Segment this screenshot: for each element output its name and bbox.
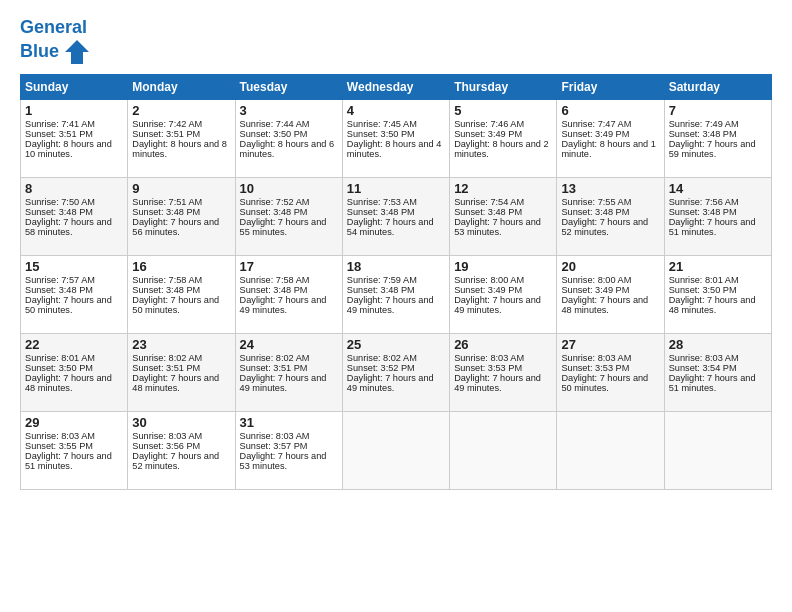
sunset: Sunset: 3:49 PM [561,285,629,295]
sunset: Sunset: 3:48 PM [669,129,737,139]
daylight-label: Daylight: 7 hours and 48 minutes. [669,295,756,315]
sunset: Sunset: 3:51 PM [132,363,200,373]
day-number: 9 [132,181,230,196]
sunrise: Sunrise: 7:44 AM [240,119,310,129]
day-cell: 6 Sunrise: 7:47 AM Sunset: 3:49 PM Dayli… [557,99,664,177]
day-header-thursday: Thursday [450,74,557,99]
day-number: 17 [240,259,338,274]
logo-general: General [20,17,87,37]
sunset: Sunset: 3:52 PM [347,363,415,373]
sunset: Sunset: 3:49 PM [454,129,522,139]
day-cell: 16 Sunrise: 7:58 AM Sunset: 3:48 PM Dayl… [128,255,235,333]
day-number: 18 [347,259,445,274]
day-number: 15 [25,259,123,274]
sunrise: Sunrise: 7:41 AM [25,119,95,129]
day-cell: 3 Sunrise: 7:44 AM Sunset: 3:50 PM Dayli… [235,99,342,177]
daylight-label: Daylight: 7 hours and 50 minutes. [561,373,648,393]
daylight-label: Daylight: 7 hours and 48 minutes. [132,373,219,393]
day-number: 22 [25,337,123,352]
sunrise: Sunrise: 8:01 AM [669,275,739,285]
day-cell: 13 Sunrise: 7:55 AM Sunset: 3:48 PM Dayl… [557,177,664,255]
sunrise: Sunrise: 7:45 AM [347,119,417,129]
daylight-label: Daylight: 8 hours and 4 minutes. [347,139,442,159]
sunset: Sunset: 3:51 PM [240,363,308,373]
day-cell: 19 Sunrise: 8:00 AM Sunset: 3:49 PM Dayl… [450,255,557,333]
day-cell: 7 Sunrise: 7:49 AM Sunset: 3:48 PM Dayli… [664,99,771,177]
day-header-tuesday: Tuesday [235,74,342,99]
day-number: 27 [561,337,659,352]
sunset: Sunset: 3:51 PM [25,129,93,139]
sunset: Sunset: 3:51 PM [132,129,200,139]
sunrise: Sunrise: 7:53 AM [347,197,417,207]
day-number: 26 [454,337,552,352]
sunrise: Sunrise: 7:56 AM [669,197,739,207]
day-number: 31 [240,415,338,430]
sunrise: Sunrise: 8:01 AM [25,353,95,363]
day-cell: 15 Sunrise: 7:57 AM Sunset: 3:48 PM Dayl… [21,255,128,333]
sunrise: Sunrise: 7:51 AM [132,197,202,207]
day-number: 21 [669,259,767,274]
day-cell: 17 Sunrise: 7:58 AM Sunset: 3:48 PM Dayl… [235,255,342,333]
day-cell: 28 Sunrise: 8:03 AM Sunset: 3:54 PM Dayl… [664,333,771,411]
sunrise: Sunrise: 7:59 AM [347,275,417,285]
day-header-wednesday: Wednesday [342,74,449,99]
day-header-friday: Friday [557,74,664,99]
sunrise: Sunrise: 8:03 AM [669,353,739,363]
sunrise: Sunrise: 8:00 AM [561,275,631,285]
daylight-label: Daylight: 7 hours and 51 minutes. [25,451,112,471]
day-number: 24 [240,337,338,352]
day-cell: 23 Sunrise: 8:02 AM Sunset: 3:51 PM Dayl… [128,333,235,411]
day-number: 2 [132,103,230,118]
day-cell: 2 Sunrise: 7:42 AM Sunset: 3:51 PM Dayli… [128,99,235,177]
sunset: Sunset: 3:48 PM [669,207,737,217]
day-number: 5 [454,103,552,118]
sunset: Sunset: 3:50 PM [347,129,415,139]
day-number: 12 [454,181,552,196]
sunset: Sunset: 3:53 PM [561,363,629,373]
logo: General Blue [20,18,91,66]
day-number: 25 [347,337,445,352]
sunrise: Sunrise: 7:50 AM [25,197,95,207]
daylight-label: Daylight: 7 hours and 49 minutes. [454,373,541,393]
sunrise: Sunrise: 7:52 AM [240,197,310,207]
day-number: 16 [132,259,230,274]
day-number: 1 [25,103,123,118]
sunset: Sunset: 3:57 PM [240,441,308,451]
day-cell: 5 Sunrise: 7:46 AM Sunset: 3:49 PM Dayli… [450,99,557,177]
day-number: 14 [669,181,767,196]
sunset: Sunset: 3:55 PM [25,441,93,451]
sunset: Sunset: 3:48 PM [132,207,200,217]
sunset: Sunset: 3:48 PM [347,207,415,217]
day-cell: 20 Sunrise: 8:00 AM Sunset: 3:49 PM Dayl… [557,255,664,333]
day-cell: 27 Sunrise: 8:03 AM Sunset: 3:53 PM Dayl… [557,333,664,411]
day-number: 8 [25,181,123,196]
sunrise: Sunrise: 8:02 AM [347,353,417,363]
daylight-label: Daylight: 8 hours and 10 minutes. [25,139,112,159]
day-number: 11 [347,181,445,196]
daylight-label: Daylight: 7 hours and 48 minutes. [25,373,112,393]
day-header-monday: Monday [128,74,235,99]
day-number: 10 [240,181,338,196]
sunrise: Sunrise: 7:58 AM [132,275,202,285]
day-cell: 9 Sunrise: 7:51 AM Sunset: 3:48 PM Dayli… [128,177,235,255]
day-number: 7 [669,103,767,118]
daylight-label: Daylight: 7 hours and 49 minutes. [240,373,327,393]
day-cell: 21 Sunrise: 8:01 AM Sunset: 3:50 PM Dayl… [664,255,771,333]
sunset: Sunset: 3:49 PM [561,129,629,139]
logo-icon [63,38,91,66]
day-number: 23 [132,337,230,352]
day-cell: 31 Sunrise: 8:03 AM Sunset: 3:57 PM Dayl… [235,411,342,489]
daylight-label: Daylight: 7 hours and 56 minutes. [132,217,219,237]
calendar-table: SundayMondayTuesdayWednesdayThursdayFrid… [20,74,772,490]
day-cell [557,411,664,489]
day-number: 29 [25,415,123,430]
daylight-label: Daylight: 7 hours and 48 minutes. [561,295,648,315]
sunrise: Sunrise: 8:03 AM [132,431,202,441]
daylight-label: Daylight: 7 hours and 59 minutes. [669,139,756,159]
sunset: Sunset: 3:50 PM [669,285,737,295]
daylight-label: Daylight: 8 hours and 2 minutes. [454,139,549,159]
daylight-label: Daylight: 7 hours and 49 minutes. [240,295,327,315]
daylight-label: Daylight: 7 hours and 50 minutes. [132,295,219,315]
daylight-label: Daylight: 7 hours and 52 minutes. [561,217,648,237]
sunset: Sunset: 3:56 PM [132,441,200,451]
